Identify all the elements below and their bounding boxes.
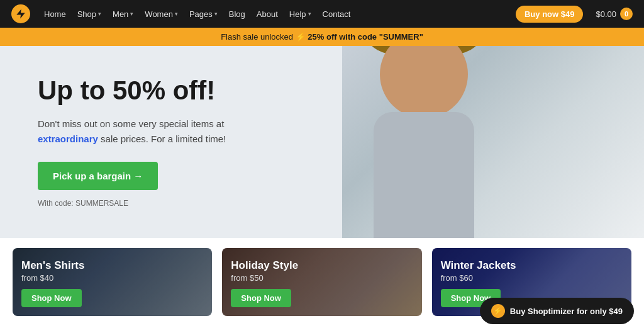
product-title-2: Holiday Style [231,259,413,272]
hero-subtitle-bold: extraordinary [38,133,98,144]
product-price-1: from $40 [21,273,203,283]
nav-links: Home Shop ▾ Men ▾ Women ▾ Pages ▾ Blog A… [39,6,513,23]
nav-pages[interactable]: Pages ▾ [184,6,223,23]
chevron-down-icon: ▾ [130,11,133,17]
nav-help[interactable]: Help ▾ [284,6,316,23]
nav-buy-button[interactable]: Buy now $49 [516,6,583,23]
product-shop-now-1[interactable]: Shop Now [21,289,82,307]
hero-cta-button[interactable]: Pick up a bargain → [38,162,158,190]
nav-home[interactable]: Home [39,6,71,23]
product-title-3: Winter Jackets [441,259,623,272]
cart-count: 0 [620,8,633,20]
hero-subtitle: Don't miss out on some very special item… [38,116,252,147]
product-price-3: from $60 [441,273,623,283]
logo[interactable] [11,4,30,23]
cart-price: $0.00 [596,9,616,19]
bottom-cta-bar[interactable]: ⚡ Buy Shoptimizer for only $49 [480,298,634,324]
product-title-1: Men's Shirts [21,259,203,272]
navbar: Home Shop ▾ Men ▾ Women ▾ Pages ▾ Blog A… [0,0,644,28]
nav-women[interactable]: Women ▾ [140,6,183,23]
bottom-cta-label: Buy Shoptimizer for only $49 [510,307,623,316]
hero-subtitle-end: sale prices. For a limited time! [101,133,226,144]
chevron-down-icon: ▾ [175,11,178,17]
nav-men[interactable]: Men ▾ [108,6,138,23]
nav-blog[interactable]: Blog [224,6,250,23]
hero-subtitle-plain: Don't miss out on some very special item… [38,118,224,129]
nav-about[interactable]: About [252,6,283,23]
nav-contact[interactable]: Contact [318,6,356,23]
flash-lightning-icon: ⚡ [296,32,308,42]
hero-section: Up to 50% off! Don't miss out on some ve… [0,46,644,238]
product-price-2: from $50 [231,273,413,283]
chevron-down-icon: ▾ [214,11,218,17]
product-shop-now-2[interactable]: Shop Now [231,289,291,307]
chevron-down-icon: ▾ [98,11,101,17]
product-card-holiday-style: Holiday Style from $50 Shop Now [222,248,421,316]
flash-sale-bar: Flash sale unlocked ⚡ 25% off with code … [0,28,644,46]
nav-shop[interactable]: Shop ▾ [72,6,106,23]
cart-summary[interactable]: $0.00 0 [596,8,633,20]
hero-promo-code: With code: SUMMERSALE [38,199,606,208]
flash-sale-discount: 25% off with code "SUMMER" [308,32,423,42]
flash-sale-text: Flash sale unlocked [221,32,293,42]
chevron-down-icon: ▾ [308,11,311,17]
hero-title: Up to 50% off! [38,76,606,105]
svg-marker-0 [16,9,25,19]
product-card-mens-shirts: Men's Shirts from $40 Shop Now [13,248,212,316]
cta-lightning-icon: ⚡ [491,304,505,318]
hero-text: Up to 50% off! Don't miss out on some ve… [0,51,644,233]
